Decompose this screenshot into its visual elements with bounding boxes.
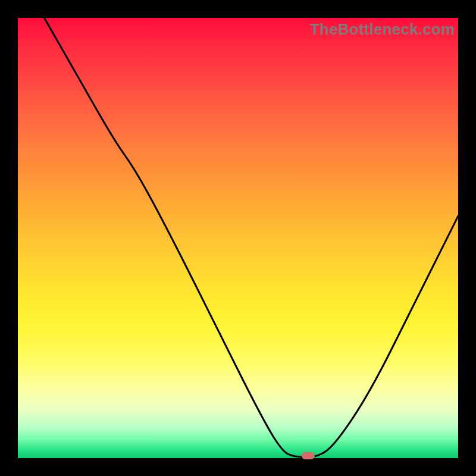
plot-area: TheBottleneck.com <box>18 18 458 458</box>
curve-path <box>44 18 458 458</box>
bottleneck-curve <box>18 18 458 458</box>
chart-container: TheBottleneck.com <box>0 0 476 476</box>
optimal-marker <box>302 452 315 459</box>
